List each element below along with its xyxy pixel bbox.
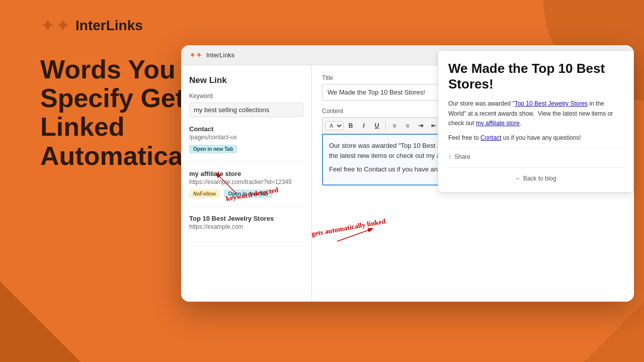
left-panel: New Link Keyword my best selling collect… (181, 65, 312, 302)
preview-share: ↑ Share (448, 148, 623, 160)
badge-nofollow-affiliate: NoFollow (189, 190, 220, 198)
link-name-contact: Contact (189, 125, 303, 133)
underline-button[interactable]: U (371, 120, 383, 132)
italic-button[interactable]: I (358, 120, 370, 132)
bg-shape-left (0, 282, 80, 362)
window-app-icon: ✦✦ (189, 50, 202, 60)
indent-button[interactable]: ⇥ (415, 120, 427, 132)
preview-body2: Feel free to Contact us if you have any … (448, 133, 623, 143)
preview-body1: Our store was awarded "Top 10 Best Jewel… (448, 99, 623, 128)
bg-shape-right2 (584, 302, 644, 362)
list-ul-button[interactable]: ≡ (388, 120, 400, 132)
link-name-top10: Top 10 Best Jewelry Stores (189, 215, 303, 222)
badge-newtab-contact: Open in new Tab (189, 145, 237, 153)
keyword-value: my best selling collections (189, 103, 303, 117)
bold-button[interactable]: B (345, 120, 357, 132)
link-item-top10: Top 10 Best Jewelry Stores https://examp… (189, 215, 303, 242)
preview-heading: We Made the Top 10 Best Stores! (448, 61, 623, 92)
link-url-top10: https://example.com (189, 223, 303, 230)
link-item-affiliate: my affiliate store https://example.com/t… (189, 170, 303, 207)
share-label: Share (454, 153, 470, 160)
logo-text: InterLinks (75, 18, 143, 34)
preview-link-affiliate: my affiliate store (476, 120, 520, 127)
logo-icon: ✦✦ (40, 15, 70, 36)
preview-link-top10: Top 10 Best Jewelry Stores (515, 100, 588, 107)
font-select[interactable]: A (326, 121, 344, 130)
badge-newtab-affiliate: Open in new Tab (224, 190, 272, 198)
preview-panel: We Made the Top 10 Best Stores! Our stor… (438, 50, 634, 193)
link-item-contact: Contact /pages/contact-us Open in new Ta… (189, 125, 303, 162)
logo-area: ✦✦ InterLinks (40, 15, 143, 36)
toolbar-sep1 (385, 121, 386, 130)
share-icon: ↑ (448, 153, 451, 160)
keyword-label: Keyword (189, 93, 303, 100)
window-title-text: InterLinks (206, 51, 234, 59)
link-name-affiliate: my affiliate store (189, 170, 303, 177)
link-url-contact: /pages/contact-us (189, 134, 303, 141)
preview-link-contact: Contact (480, 134, 501, 141)
preview-back: ← Back to blog (448, 167, 623, 182)
new-link-title: New Link (189, 75, 303, 85)
list-ol-button[interactable]: ≡ (401, 120, 414, 132)
link-url-affiliate: https://example.com/tracker?id=12345 (189, 178, 303, 186)
